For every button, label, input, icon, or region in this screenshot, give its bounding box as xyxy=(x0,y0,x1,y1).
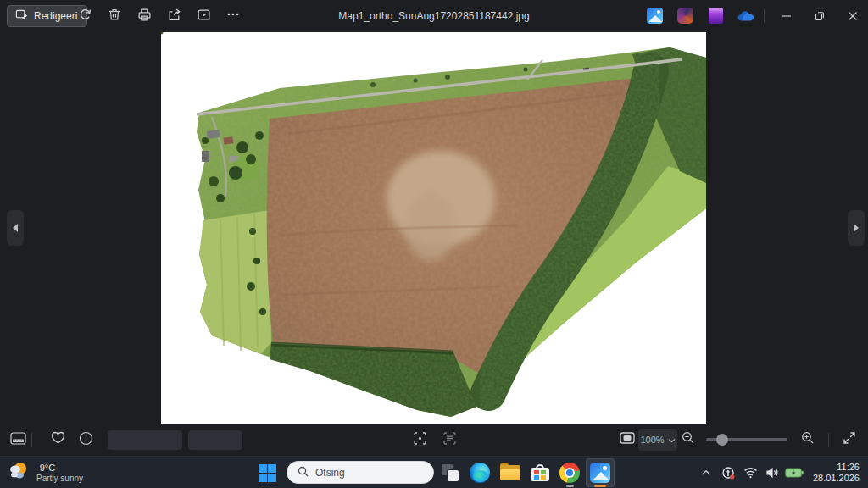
zoom-level-value: 100% xyxy=(640,435,664,445)
zoom-out-button[interactable] xyxy=(676,427,701,452)
hotspot-notification-icon[interactable] xyxy=(717,457,739,488)
hidden-icons-button[interactable] xyxy=(695,457,717,488)
loading-placeholder xyxy=(188,430,242,450)
start-button[interactable] xyxy=(253,458,281,487)
search-icon xyxy=(298,466,309,480)
fit-to-window-icon xyxy=(620,432,635,447)
slideshow-icon xyxy=(197,8,211,25)
taskbar-item-file-explorer[interactable] xyxy=(496,458,525,487)
tray-time: 11:26 xyxy=(805,462,860,473)
file-explorer-icon xyxy=(500,465,520,481)
designer-app-icon[interactable] xyxy=(677,8,694,25)
edge-icon xyxy=(470,463,490,483)
taskbar-item-chrome[interactable] xyxy=(555,458,584,487)
delete-button[interactable] xyxy=(102,3,127,29)
slideshow-button[interactable] xyxy=(191,3,216,29)
text-actions-button[interactable] xyxy=(437,427,462,452)
battery-icon[interactable] xyxy=(783,457,805,488)
restore-button[interactable] xyxy=(802,0,837,32)
titlebar-separator xyxy=(764,9,765,23)
photos-app-icon[interactable] xyxy=(647,8,664,25)
next-image-button[interactable] xyxy=(848,210,865,246)
print-icon xyxy=(137,8,152,25)
windows-logo-icon xyxy=(259,464,276,482)
rotate-button[interactable] xyxy=(72,3,97,29)
edit-icon xyxy=(15,8,28,24)
taskbar: -9°C Partly sunny Otsing xyxy=(0,456,868,488)
close-button[interactable] xyxy=(835,0,868,32)
fullscreen-button[interactable] xyxy=(837,427,862,452)
filmstrip-icon xyxy=(10,432,26,448)
previous-image-button[interactable] xyxy=(7,210,24,246)
minimize-button[interactable] xyxy=(769,0,804,32)
taskbar-item-edge[interactable] xyxy=(465,458,494,487)
search-placeholder: Otsing xyxy=(315,467,345,479)
volume-icon[interactable] xyxy=(761,457,783,488)
weather-temperature: -9°C xyxy=(36,463,83,474)
taskbar-item-task-view[interactable] xyxy=(436,458,465,487)
wifi-icon[interactable] xyxy=(739,457,761,488)
fit-to-window-button[interactable] xyxy=(615,427,640,452)
favorite-heart-icon xyxy=(51,431,65,448)
chrome-icon xyxy=(559,463,580,483)
taskbar-item-photos-active[interactable] xyxy=(586,458,615,487)
share-icon xyxy=(167,8,181,25)
share-button[interactable] xyxy=(161,3,186,29)
microsoft-store-icon xyxy=(531,464,549,481)
clipchamp-app-icon[interactable] xyxy=(709,8,726,25)
info-button[interactable] xyxy=(73,427,98,452)
rotate-icon xyxy=(78,8,92,25)
zoom-in-icon xyxy=(801,431,815,448)
more-icon xyxy=(226,8,240,25)
commandbar-separator xyxy=(828,433,829,447)
commandbar-separator xyxy=(31,433,32,447)
fullscreen-icon xyxy=(843,431,856,448)
weather-condition: Partly sunny xyxy=(36,474,83,484)
info-icon xyxy=(79,431,93,449)
delete-icon xyxy=(108,8,121,25)
favorite-button[interactable] xyxy=(45,427,70,452)
photos-app-window: Redigeeri xyxy=(0,0,868,488)
spot-fix-button[interactable] xyxy=(407,427,432,452)
zoom-out-icon xyxy=(682,431,695,448)
photo-viewer xyxy=(0,32,868,424)
zoom-slider-thumb[interactable] xyxy=(716,434,728,446)
print-button[interactable] xyxy=(131,3,157,29)
taskbar-item-microsoft-store[interactable] xyxy=(526,458,554,487)
photos-active-indicator xyxy=(594,485,606,487)
clock-widget[interactable]: 11:26 28.01.2026 xyxy=(805,462,868,484)
task-view-icon xyxy=(442,464,459,481)
zoom-level-dropdown[interactable]: 100% xyxy=(638,429,677,451)
command-bar: 100% xyxy=(0,424,868,456)
taskbar-search[interactable]: Otsing xyxy=(287,461,434,484)
weather-widget[interactable]: -9°C Partly sunny xyxy=(7,459,83,486)
zoom-slider[interactable] xyxy=(706,438,787,441)
spot-fix-icon xyxy=(413,431,427,449)
chrome-running-indicator xyxy=(566,485,574,487)
photo-canvas[interactable] xyxy=(161,32,706,424)
onedrive-icon[interactable] xyxy=(737,10,754,27)
filmstrip-toggle-button[interactable] xyxy=(5,427,31,452)
more-button[interactable] xyxy=(220,3,246,29)
chevron-down-icon xyxy=(668,435,676,445)
text-actions-icon xyxy=(442,431,457,449)
system-tray: 11:26 28.01.2026 xyxy=(695,457,868,488)
tray-date: 28.01.2026 xyxy=(805,473,860,484)
titlebar: Redigeeri xyxy=(0,0,868,32)
loading-placeholder xyxy=(108,430,182,450)
orthophoto-image xyxy=(161,32,706,424)
weather-icon xyxy=(7,459,31,486)
edit-button-label: Redigeeri xyxy=(34,10,77,22)
zoom-in-button[interactable] xyxy=(795,427,821,452)
photos-icon xyxy=(590,463,610,483)
